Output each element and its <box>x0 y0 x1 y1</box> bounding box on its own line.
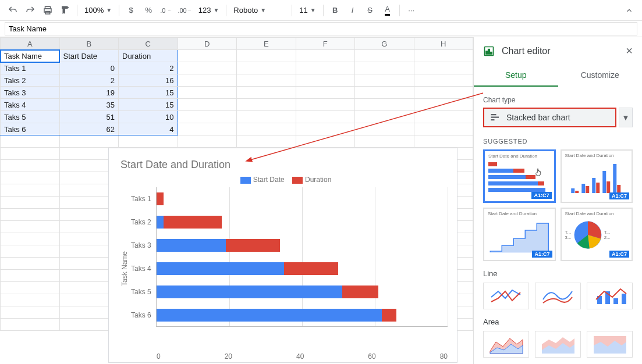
undo-button[interactable] <box>5 2 21 19</box>
cell[interactable] <box>296 87 355 99</box>
cell[interactable] <box>414 111 473 123</box>
cell[interactable] <box>355 99 414 111</box>
cell[interactable]: 35 <box>59 99 119 111</box>
increase-decimal-button[interactable]: .00→ <box>175 2 193 19</box>
cell[interactable] <box>355 135 414 148</box>
suggestion-column[interactable]: Start Date and Duration A1:C7 <box>561 149 633 203</box>
bold-button[interactable]: B <box>327 2 343 19</box>
cell[interactable] <box>1 160 60 172</box>
cell[interactable]: 4 <box>119 123 178 135</box>
cell[interactable]: 15 <box>119 87 178 99</box>
cell[interactable] <box>1 306 60 319</box>
cell[interactable]: Taks 5 <box>1 111 60 123</box>
cell[interactable] <box>414 62 473 74</box>
cell[interactable] <box>355 74 414 87</box>
cell[interactable] <box>296 135 355 148</box>
chart-type-dropdown-button[interactable]: ▼ <box>619 108 633 127</box>
cell[interactable] <box>1 221 60 233</box>
font-dropdown[interactable]: Roboto▼ <box>230 2 288 19</box>
cell[interactable] <box>296 62 355 74</box>
cell[interactable] <box>1 233 60 245</box>
cell[interactable] <box>1 197 60 209</box>
cell[interactable] <box>1 319 60 331</box>
cell[interactable]: Taks 4 <box>1 99 60 111</box>
cell[interactable]: 16 <box>119 74 178 87</box>
cell[interactable]: 62 <box>59 123 119 135</box>
cell[interactable] <box>296 50 355 62</box>
cell[interactable] <box>237 99 296 111</box>
cell-c1[interactable]: Duration <box>119 50 178 62</box>
more-button[interactable]: ··· <box>403 2 420 19</box>
format-currency-button[interactable]: $ <box>123 2 139 19</box>
redo-button[interactable] <box>22 2 38 19</box>
cell[interactable]: Taks 2 <box>1 74 60 87</box>
cell[interactable] <box>414 99 473 111</box>
chart-type-line-smooth[interactable] <box>535 283 581 309</box>
cell[interactable]: 19 <box>59 87 119 99</box>
cell[interactable] <box>178 87 237 99</box>
cell-a1[interactable]: Task Name <box>1 50 60 62</box>
cell[interactable] <box>178 62 237 74</box>
suggestion-pie[interactable]: Start Date and Duration T...3... T...2..… <box>561 208 633 261</box>
cell[interactable] <box>414 123 473 135</box>
format-percent-button[interactable]: % <box>140 2 157 19</box>
italic-button[interactable]: I <box>345 2 361 19</box>
cell[interactable] <box>355 62 414 74</box>
tab-setup[interactable]: Setup <box>474 65 558 87</box>
cell[interactable] <box>178 111 237 123</box>
suggestion-stacked-bar[interactable]: Start Date and Duration A1:C7 <box>483 149 556 203</box>
chart-object[interactable]: Start Date and Duration Start Date Durat… <box>108 148 457 363</box>
cell[interactable] <box>237 87 296 99</box>
cell[interactable] <box>178 99 237 111</box>
col-header-g[interactable]: G <box>355 38 414 50</box>
cell[interactable]: 2 <box>119 62 178 74</box>
cell[interactable] <box>355 87 414 99</box>
tab-customize[interactable]: Customize <box>558 65 643 87</box>
cell[interactable] <box>237 135 296 148</box>
cell[interactable] <box>1 184 60 197</box>
cell[interactable] <box>1 135 60 148</box>
spreadsheet-area[interactable]: A B C D E F G H Task Name Start Date Dur… <box>0 37 473 364</box>
collapse-toolbar-button[interactable] <box>621 2 637 19</box>
cell[interactable] <box>237 123 296 135</box>
strikethrough-button[interactable]: S <box>362 2 378 19</box>
chart-type-area-stacked[interactable] <box>535 331 581 358</box>
cell[interactable] <box>178 74 237 87</box>
cell[interactable] <box>178 135 237 148</box>
font-size-dropdown[interactable]: 11▼ <box>296 2 319 19</box>
cell[interactable]: Taks 3 <box>1 87 60 99</box>
cell[interactable] <box>1 294 60 306</box>
col-header-e[interactable]: E <box>237 38 296 50</box>
col-header-h[interactable]: H <box>414 38 473 50</box>
cell[interactable] <box>1 270 60 282</box>
cell[interactable] <box>1 258 60 270</box>
cell[interactable] <box>296 111 355 123</box>
cell[interactable] <box>414 74 473 87</box>
cell[interactable]: 2 <box>59 74 119 87</box>
text-color-button[interactable]: A <box>379 2 396 19</box>
cell[interactable]: 15 <box>119 99 178 111</box>
cell[interactable] <box>296 74 355 87</box>
col-header-c[interactable]: C <box>119 38 178 50</box>
cell[interactable]: 51 <box>59 111 119 123</box>
close-button[interactable]: × <box>626 44 633 58</box>
cell[interactable]: 0 <box>59 62 119 74</box>
cell[interactable] <box>1 148 60 160</box>
cell[interactable] <box>237 62 296 74</box>
col-header-b[interactable]: B <box>59 38 119 50</box>
suggestion-stepped-area[interactable]: Start Date and Duration A1:C7 <box>483 208 556 261</box>
cell[interactable] <box>355 111 414 123</box>
cell[interactable] <box>296 99 355 111</box>
decrease-decimal-button[interactable]: .0 ← <box>158 2 174 19</box>
chart-type-combo[interactable] <box>587 283 633 309</box>
cell[interactable] <box>414 87 473 99</box>
cell[interactable] <box>237 50 296 62</box>
cell[interactable] <box>1 282 60 294</box>
cell[interactable] <box>414 135 473 148</box>
zoom-dropdown[interactable]: 100%▼ <box>81 2 115 19</box>
cell[interactable] <box>1 209 60 221</box>
chart-type-area-100[interactable] <box>587 331 633 358</box>
cell[interactable] <box>355 123 414 135</box>
cell[interactable] <box>237 111 296 123</box>
formula-input[interactable] <box>5 22 637 35</box>
